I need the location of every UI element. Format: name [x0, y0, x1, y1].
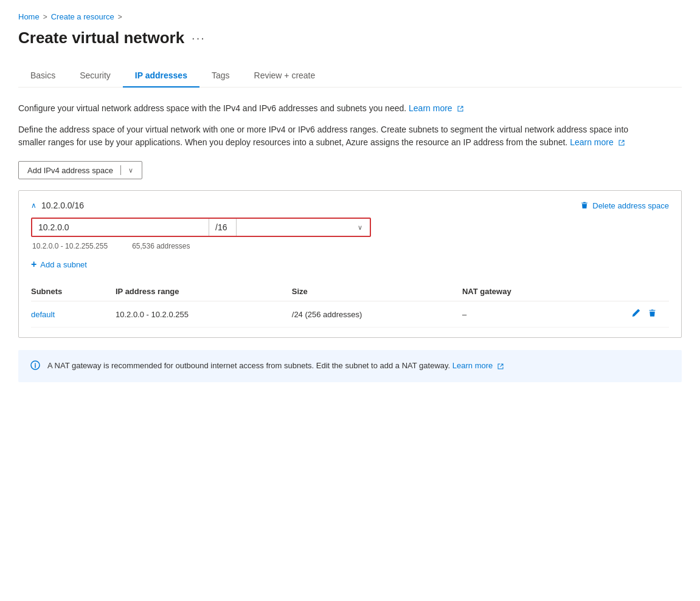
subnet-name-cell: default — [31, 301, 116, 328]
ip-address-input[interactable] — [32, 219, 209, 236]
cidr-value: /16 — [209, 219, 236, 236]
tab-ip-addresses[interactable]: IP addresses — [123, 64, 199, 88]
address-space-title-row: ∧ 10.2.0.0/16 — [31, 201, 84, 210]
tab-security[interactable]: Security — [68, 64, 123, 88]
page-header: Create virtual network ··· — [18, 29, 682, 47]
tabs-bar: Basics Security IP addresses Tags Review… — [18, 64, 682, 88]
col-header-nat: NAT gateway — [462, 282, 586, 301]
button-divider — [120, 165, 121, 175]
add-subnet-row[interactable]: + Add a subnet — [31, 259, 669, 270]
info-learn-more-link[interactable]: Learn more — [452, 361, 504, 370]
info-banner-text: A NAT gateway is recommended for outboun… — [47, 360, 504, 372]
add-ipv4-label: Add IPv4 address space — [27, 166, 113, 175]
info-banner: A NAT gateway is recommended for outboun… — [18, 350, 682, 382]
delete-address-space-link[interactable]: Delete address space — [580, 201, 669, 210]
col-header-subnets: Subnets — [31, 282, 116, 301]
breadcrumb-home[interactable]: Home — [18, 12, 40, 21]
breadcrumb: Home > Create a resource > — [18, 12, 682, 21]
delete-address-space-label: Delete address space — [592, 201, 669, 210]
ip-input-row: /16 ∨ — [31, 218, 371, 237]
delete-subnet-icon[interactable] — [648, 309, 657, 320]
external-link-icon-1 — [457, 105, 464, 112]
info-circle-icon — [30, 360, 40, 373]
subnets-table-header: Subnets IP address range Size NAT gatewa… — [31, 282, 669, 301]
col-header-actions — [586, 282, 669, 301]
description-line2: Define the address space of your virtual… — [18, 123, 657, 149]
subnet-ip-range-cell: 10.2.0.0 - 10.2.0.255 — [116, 301, 292, 328]
col-header-size: Size — [292, 282, 462, 301]
collapse-icon[interactable]: ∧ — [31, 201, 36, 210]
breadcrumb-sep-2: > — [118, 13, 122, 21]
tab-tags[interactable]: Tags — [199, 64, 242, 88]
learn-more-link-2[interactable]: Learn more — [570, 137, 625, 147]
cidr-block: /16 — [209, 219, 236, 236]
address-space-title: 10.2.0.0/16 — [41, 201, 84, 210]
more-options-icon[interactable]: ··· — [192, 31, 206, 45]
subnet-nat-cell: – — [462, 301, 586, 328]
description-line1: Configure your virtual network address s… — [18, 102, 657, 115]
table-row: default 10.2.0.0 - 10.2.0.255 /24 (256 a… — [31, 301, 669, 328]
external-link-icon-2 — [618, 139, 625, 146]
subnet-size-cell: /24 (256 addresses) — [292, 301, 462, 328]
chevron-down-icon: ∨ — [128, 167, 133, 174]
ip-range: 10.2.0.0 - 10.2.255.255 — [32, 242, 108, 250]
breadcrumb-create-resource[interactable]: Create a resource — [51, 12, 114, 21]
col-header-ip-range: IP address range — [116, 282, 292, 301]
learn-more-link-1[interactable]: Learn more — [409, 103, 463, 113]
page-title: Create virtual network — [18, 29, 184, 47]
subnets-table-body: default 10.2.0.0 - 10.2.0.255 /24 (256 a… — [31, 301, 669, 328]
plus-icon: + — [31, 259, 36, 270]
breadcrumb-sep-1: > — [43, 13, 47, 21]
subnet-name-link[interactable]: default — [31, 310, 55, 319]
address-space-header: ∧ 10.2.0.0/16 Delete address space — [31, 201, 669, 210]
edit-subnet-icon[interactable] — [631, 309, 643, 320]
tab-basics[interactable]: Basics — [18, 64, 68, 88]
add-ipv4-row: Add IPv4 address space ∨ — [18, 161, 682, 179]
address-count: 65,536 addresses — [132, 242, 190, 250]
external-link-icon-3 — [497, 363, 504, 370]
add-ipv4-button[interactable]: Add IPv4 address space ∨ — [18, 161, 142, 179]
ip-range-info: 10.2.0.0 - 10.2.255.255 65,536 addresses — [31, 242, 669, 250]
cidr-chevron-icon: ∨ — [358, 224, 362, 232]
add-subnet-label: Add a subnet — [40, 260, 87, 269]
subnet-actions-cell — [586, 301, 669, 328]
tab-review-create[interactable]: Review + create — [242, 64, 328, 88]
trash-icon — [580, 201, 589, 210]
address-space-box: ∧ 10.2.0.0/16 Delete address space /16 ∨… — [18, 190, 682, 338]
subnets-table: Subnets IP address range Size NAT gatewa… — [31, 282, 669, 328]
cidr-dropdown[interactable]: ∨ — [236, 219, 370, 236]
